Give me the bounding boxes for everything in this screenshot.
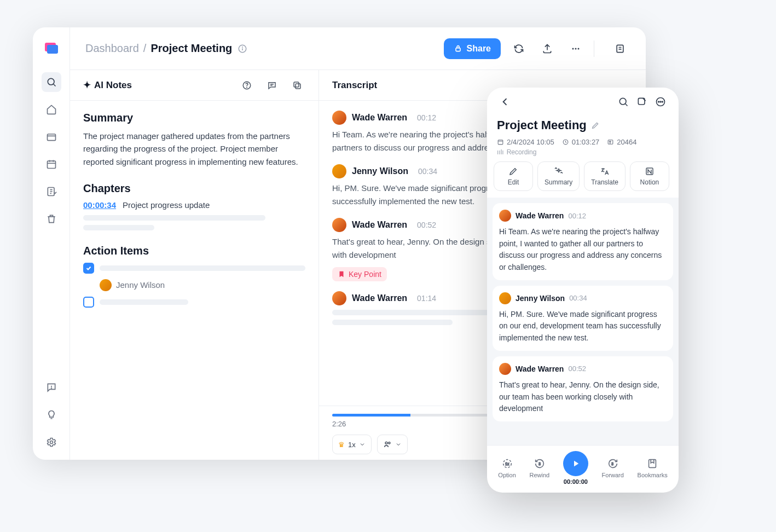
mobile-topbar bbox=[487, 88, 679, 116]
ai-notes-body: Summary The project manager gathered upd… bbox=[70, 101, 318, 324]
svg-rect-40 bbox=[498, 140, 503, 144]
speaker-name: Wade Warren bbox=[352, 293, 407, 303]
timestamp: 00:34 bbox=[418, 167, 437, 176]
mobile-turn: Jenny Wilson00:34 Hi, PM. Sure. We've ma… bbox=[493, 286, 673, 351]
svg-rect-51 bbox=[649, 460, 656, 468]
sparkle-icon: ✦ bbox=[83, 79, 91, 91]
turn-text: Hi Team. As we're nearing the project's … bbox=[499, 226, 667, 274]
home-icon[interactable] bbox=[42, 100, 61, 119]
calendar-icon[interactable] bbox=[42, 154, 61, 174]
player-forward-button[interactable]: 3Forward bbox=[602, 458, 624, 478]
svg-point-30 bbox=[385, 442, 387, 444]
more-icon[interactable] bbox=[651, 92, 670, 111]
search-icon[interactable] bbox=[42, 72, 61, 92]
info-icon[interactable] bbox=[238, 44, 247, 54]
breadcrumb-root[interactable]: Dashboard bbox=[85, 42, 139, 55]
summary-text: The project manager gathered updates fro… bbox=[83, 130, 305, 168]
back-icon[interactable] bbox=[496, 92, 514, 111]
svg-point-19 bbox=[575, 48, 577, 49]
action-items-heading: Action Items bbox=[83, 245, 305, 257]
progress-fill bbox=[332, 414, 410, 417]
waveform-icon: ıılı bbox=[497, 148, 504, 156]
ai-notes-panel: ✦ AI Notes Summary The project manager g… bbox=[70, 70, 319, 460]
svg-point-13 bbox=[50, 441, 53, 444]
avatar bbox=[100, 279, 112, 291]
trash-icon[interactable] bbox=[42, 209, 61, 229]
refresh-icon[interactable] bbox=[508, 38, 529, 59]
avatar bbox=[332, 291, 346, 305]
mobile-actions: Edit Summary Translate Notion bbox=[487, 161, 679, 198]
mobile-meta: 2/4/2024 10:05 01:03:27 T20464 bbox=[487, 132, 679, 148]
timestamp: 01:14 bbox=[417, 294, 436, 303]
help-icon[interactable] bbox=[239, 77, 255, 94]
action-assignee: Jenny Wilson bbox=[100, 279, 305, 291]
share-button[interactable]: Share bbox=[444, 38, 501, 59]
action-edit[interactable]: Edit bbox=[494, 161, 533, 191]
speakers-selector[interactable] bbox=[377, 435, 408, 454]
pencil-icon[interactable] bbox=[591, 121, 600, 130]
mobile-turn: Wade Warren00:52 That's great to hear, J… bbox=[493, 356, 673, 421]
svg-text:1x: 1x bbox=[505, 462, 509, 466]
svg-text:3: 3 bbox=[611, 462, 613, 466]
topbar: Dashboard / Project Meeting Share bbox=[70, 27, 646, 70]
svg-marker-49 bbox=[574, 461, 578, 467]
svg-line-34 bbox=[626, 104, 628, 106]
ai-notes-heading: ✦ AI Notes bbox=[83, 79, 132, 91]
chapter-title: Project progress update bbox=[123, 200, 210, 210]
notes-icon[interactable] bbox=[610, 38, 630, 59]
folder-icon[interactable] bbox=[42, 127, 61, 147]
settings-icon[interactable] bbox=[42, 432, 61, 452]
svg-rect-4 bbox=[47, 134, 55, 141]
copy-icon[interactable] bbox=[289, 77, 305, 94]
edit-icon[interactable] bbox=[633, 92, 651, 111]
svg-point-11 bbox=[51, 388, 51, 389]
export-icon[interactable] bbox=[537, 38, 558, 59]
player-option-button[interactable]: 1xOption bbox=[498, 458, 516, 478]
idea-icon[interactable] bbox=[42, 405, 61, 425]
meta-duration: 01:03:27 bbox=[562, 138, 600, 146]
action-summary[interactable]: Summary bbox=[537, 161, 580, 191]
svg-rect-5 bbox=[47, 161, 55, 168]
svg-point-16 bbox=[242, 47, 243, 47]
mobile-preview: Project Meeting 2/4/2024 10:05 01:03:27 … bbox=[487, 88, 679, 493]
speed-selector[interactable]: ♛ 1x bbox=[332, 435, 372, 454]
checkbox-checked[interactable] bbox=[83, 263, 94, 274]
svg-point-18 bbox=[572, 48, 574, 49]
mobile-turn: Wade Warren00:12 Hi Team. As we're neari… bbox=[493, 203, 673, 280]
avatar bbox=[499, 292, 511, 304]
more-icon[interactable] bbox=[565, 38, 586, 59]
svg-point-31 bbox=[388, 442, 390, 444]
action-translate[interactable]: Translate bbox=[584, 161, 626, 191]
svg-rect-28 bbox=[296, 84, 300, 89]
chapter-item[interactable]: 00:00:34 Project progress update bbox=[83, 200, 305, 210]
svg-rect-17 bbox=[456, 48, 460, 51]
checkbox-unchecked[interactable] bbox=[83, 297, 94, 308]
action-item bbox=[83, 263, 305, 274]
keypoint-badge[interactable]: Key Point bbox=[332, 267, 387, 281]
app-logo bbox=[43, 39, 60, 57]
avatar bbox=[332, 164, 346, 178]
mobile-transcript: Wade Warren00:12 Hi Team. As we're neari… bbox=[487, 198, 679, 445]
player-play-button[interactable]: 00:00:00 bbox=[563, 451, 588, 485]
svg-text:3: 3 bbox=[538, 462, 541, 466]
timestamp: 00:12 bbox=[417, 113, 436, 122]
action-notion[interactable]: Notion bbox=[630, 161, 669, 191]
tasks-icon[interactable] bbox=[42, 182, 61, 201]
avatar bbox=[499, 363, 511, 375]
player-rewind-button[interactable]: 3Rewind bbox=[529, 458, 549, 478]
sidebar bbox=[33, 27, 70, 460]
chapters-heading: Chapters bbox=[83, 182, 305, 195]
skeleton bbox=[332, 320, 453, 325]
player-bookmarks-button[interactable]: Bookmarks bbox=[638, 458, 668, 478]
skeleton bbox=[83, 215, 265, 221]
turn-text: That's great to hear, Jenny. On the desi… bbox=[499, 379, 667, 415]
svg-text:T: T bbox=[610, 141, 611, 144]
avatar bbox=[332, 111, 346, 125]
share-label: Share bbox=[467, 44, 491, 54]
skeleton bbox=[100, 265, 305, 271]
search-icon[interactable] bbox=[614, 92, 633, 111]
chat-icon[interactable] bbox=[264, 77, 280, 94]
svg-point-2 bbox=[48, 78, 54, 85]
feedback-icon[interactable] bbox=[42, 378, 61, 397]
speaker-name: Jenny Wilson bbox=[352, 166, 408, 176]
